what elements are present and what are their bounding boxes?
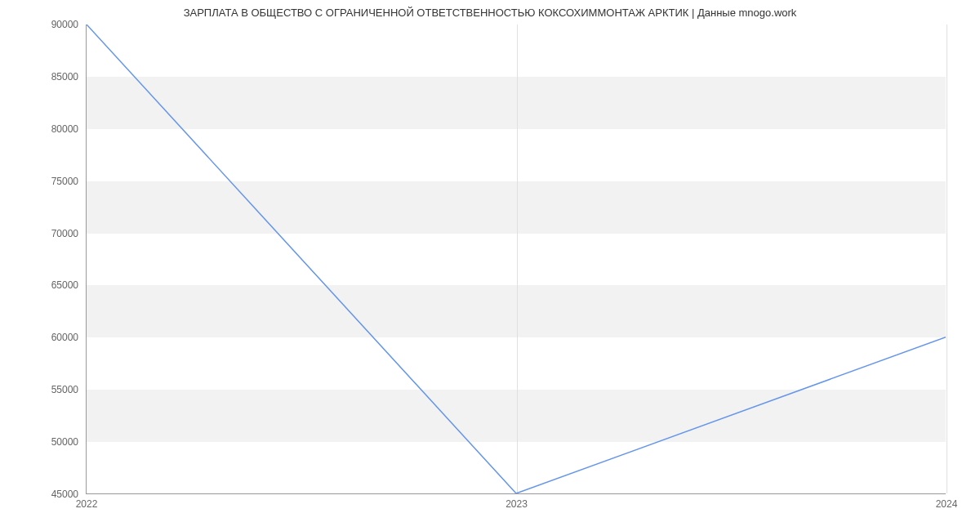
x-tick-label: 2022 xyxy=(76,493,98,510)
y-tick-label: 65000 xyxy=(51,279,87,291)
y-tick-label: 85000 xyxy=(51,71,87,83)
y-tick-label: 80000 xyxy=(51,123,87,135)
y-tick-label: 70000 xyxy=(51,228,87,239)
chart-title: ЗАРПЛАТА В ОБЩЕСТВО С ОГРАНИЧЕННОЙ ОТВЕТ… xyxy=(0,7,980,19)
x-gridline xyxy=(947,25,947,493)
y-tick-label: 50000 xyxy=(51,436,87,448)
plot-area: 4500050000550006000065000700007500080000… xyxy=(86,25,946,494)
y-tick-label: 90000 xyxy=(51,19,87,30)
x-tick-label: 2023 xyxy=(506,493,528,510)
line-series xyxy=(87,25,946,493)
chart-container: ЗАРПЛАТА В ОБЩЕСТВО С ОГРАНИЧЕННОЙ ОТВЕТ… xyxy=(0,0,980,531)
data-line xyxy=(87,25,946,493)
x-tick-label: 2024 xyxy=(936,493,958,510)
y-tick-label: 60000 xyxy=(51,332,87,343)
y-tick-label: 55000 xyxy=(51,384,87,395)
y-tick-label: 75000 xyxy=(51,176,87,187)
